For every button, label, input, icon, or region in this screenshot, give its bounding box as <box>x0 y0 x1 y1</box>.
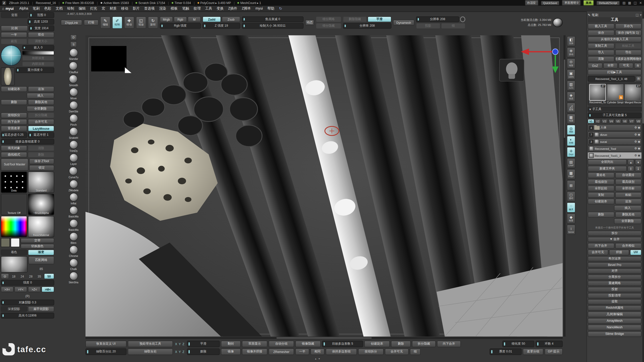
menu-文档[interactable]: 文档 <box>53 6 65 11</box>
button-删除[interactable]: 删除 <box>391 341 411 347</box>
section-投影清理[interactable]: 投影清理 <box>588 293 641 298</box>
gear-icon[interactable]: ⚙ <box>634 154 637 157</box>
button-曲线模式[interactable]: 曲线模式 <box>1 152 27 158</box>
brush-smooth[interactable]: Smooth <box>69 75 78 86</box>
thumb-picker[interactable] <box>1 216 27 237</box>
button-向下合并[interactable]: 向下合并 <box>588 243 614 249</box>
slider-重力强度-0[interactable]: 重力强度 0 <box>16 67 54 73</box>
button-删除其他[interactable]: 删除其他 <box>615 212 641 217</box>
eye-icon[interactable]: ◉ <box>638 126 640 129</box>
pin-icon[interactable]: ◫ <box>635 13 638 17</box>
menu-帮助[interactable]: 帮助 <box>265 6 277 11</box>
subtool-tab-v5[interactable]: V5 <box>615 119 621 123</box>
subtool-tab-v8[interactable]: V8 <box>635 119 641 123</box>
thumb-brushalpha[interactable]: ~BrushAlpha <box>28 194 54 215</box>
slider-宽度-1914[interactable]: 宽度 1914 <box>29 25 54 31</box>
titlebar-button-菜单[interactable]: 菜单 <box>583 0 594 6</box>
subtool-item-dizuo[interactable]: 7dizuo⚙◉ <box>588 131 641 138</box>
button-zremesher[interactable]: ZRemesher <box>269 348 294 355</box>
brush-pinch[interactable]: Pinch <box>69 114 78 126</box>
button-uv[interactable]: UV <box>630 249 641 255</box>
slider-subtool-visible-count[interactable]: 子工具可见数量 5 <box>588 112 641 118</box>
button-插入[interactable]: 插入 <box>27 93 54 99</box>
button-锁定[interactable]: 锁定 <box>29 165 54 171</box>
subtool-tab-v6[interactable]: V6 <box>622 119 628 123</box>
button-subtool-master[interactable]: SubTool Master <box>1 158 28 171</box>
button-恢复自定义-ui[interactable]: 恢复自定义 UI <box>86 341 127 347</box>
button-gp-提示[interactable]: GP 提示 <box>545 348 563 355</box>
menu-笔触[interactable]: 笔触 <box>180 6 191 11</box>
palette-section-几何体编辑[interactable]: 几何体编辑 <box>588 311 641 317</box>
thumb-dots[interactable]: Dots <box>1 171 27 193</box>
button-裁剪[interactable]: 裁剪 <box>1 38 27 44</box>
gear-icon[interactable]: ⚙ <box>634 140 637 143</box>
slider-环数-4[interactable]: 环数 4 <box>536 341 563 347</box>
slider-目标多边形数-5[interactable]: 目标多边形数 5 <box>322 341 363 347</box>
canvas-vscrollbar[interactable] <box>564 35 566 336</box>
gear-icon[interactable]: ⚙ <box>634 133 637 136</box>
slider-高光-0-11906[interactable]: 高光 0.11906 <box>1 313 54 319</box>
button-自动重排[interactable]: 自动重排 <box>615 172 641 178</box>
button-最高级别[interactable]: 最高级别 <box>615 179 641 185</box>
button-new-folder[interactable]: 新建文件夹 <box>588 166 627 172</box>
brush-chrome[interactable]: Chrome <box>69 245 78 257</box>
brush-inflat[interactable]: Inflat <box>69 193 78 205</box>
slider-厚度-0-01[interactable]: 厚度 0.01 <box>490 348 521 355</box>
button-一半[interactable]: 一半 <box>295 348 309 355</box>
button-拆分隐藏[interactable]: 拆分隐藏 <box>28 112 54 118</box>
button-交替[interactable]: 交替 <box>21 238 54 243</box>
shelf-bpr-render[interactable]: ◧渲染 <box>567 36 575 47</box>
palette-section-nanomesh[interactable]: NanoMesh <box>588 325 641 330</box>
menu-材质[interactable]: 材质 <box>107 6 119 11</box>
button-删除其他[interactable]: 删除其他 <box>28 99 54 105</box>
tool-r-button[interactable]: R <box>636 76 641 82</box>
subtool-tab-v3[interactable]: V3 <box>601 119 608 123</box>
button-克隆[interactable]: 克隆 <box>588 56 614 62</box>
button-自动分组[interactable]: 自动分组 <box>269 341 294 347</box>
button-合并可见[interactable]: 合并可见 <box>588 249 608 255</box>
button-移动[interactable]: ✚移动 <box>124 16 134 29</box>
button-删除[interactable]: 删除 <box>588 212 614 217</box>
section-对齐[interactable]: 对齐 <box>588 268 641 274</box>
button-list-all[interactable]: 全部列出 <box>588 159 627 165</box>
section-投射[interactable]: 投射 <box>588 287 641 292</box>
brush-zmodele[interactable]: ZModele <box>68 180 78 192</box>
button-双面显示[interactable]: 双面显示 <box>242 341 267 347</box>
close-icon[interactable]: ▾ <box>640 13 642 17</box>
viewport[interactable] <box>86 35 563 336</box>
tool-thumb-cylinder-simpleb[interactable]: SCylinder SimpleB <box>607 84 623 104</box>
button-组[interactable]: 组 <box>410 348 420 355</box>
button-向下合并[interactable]: 向下合并 <box>1 119 27 125</box>
menu-移动[interactable]: 移动 <box>119 6 131 11</box>
section-redshift属性[interactable]: Redshift属性 <box>588 305 641 310</box>
button-zapplink[interactable]: ZAppLink <box>61 20 82 25</box>
button-r[interactable]: R <box>634 63 641 69</box>
shelf-line-fill[interactable]: ▤LineF <box>567 158 575 168</box>
button-向下合并[interactable]: 向下合并 <box>437 341 461 347</box>
menu-宏[interactable]: 宏 <box>99 6 107 11</box>
button-一半[interactable]: 一半 <box>1 32 27 38</box>
section-布尔运算[interactable]: 布尔运算 <box>588 256 641 261</box>
titlebar-button-自适应[interactable]: 自适应 <box>525 0 538 6</box>
slider-平滑[interactable]: 平滑 <box>187 341 220 347</box>
button-清除[interactable]: 清除 <box>28 145 54 151</box>
window-icon[interactable]: ▤ <box>622 1 625 5</box>
button-细分网格[interactable]: 细分网格 <box>316 16 341 22</box>
slider-对象阴影-0-3[interactable]: 对象阴影 0.3 <box>1 300 54 305</box>
button-导出[interactable]: 导出 <box>615 50 641 56</box>
button-填充对象[interactable]: 填充对象 <box>1 145 27 151</box>
brush-standar[interactable]: Standar <box>69 49 78 60</box>
button-渐变[interactable]: 渐变 <box>28 250 54 255</box>
button-追加[interactable]: 追加 <box>28 86 54 92</box>
menu-变换[interactable]: 变换 <box>214 6 226 11</box>
menu-alpha[interactable]: Alpha <box>17 6 30 11</box>
subtool-tab-v7[interactable]: V7 <box>628 119 635 123</box>
button-50[interactable]: 50 <box>44 273 54 279</box>
section-分离拆分[interactable]: 分离拆分 <box>588 275 641 280</box>
slider-抽取百分比-20[interactable]: 抽取百分比 20 <box>86 348 127 355</box>
thumb-standard[interactable]: Standard <box>28 171 54 193</box>
menu-z插件[interactable]: Z插件 <box>226 6 239 11</box>
section-重建网格[interactable]: 重建网格 <box>588 281 641 286</box>
button-合并可见[interactable]: 合并可见 <box>385 348 409 355</box>
move-down-icon[interactable]: ↧ <box>635 166 641 172</box>
